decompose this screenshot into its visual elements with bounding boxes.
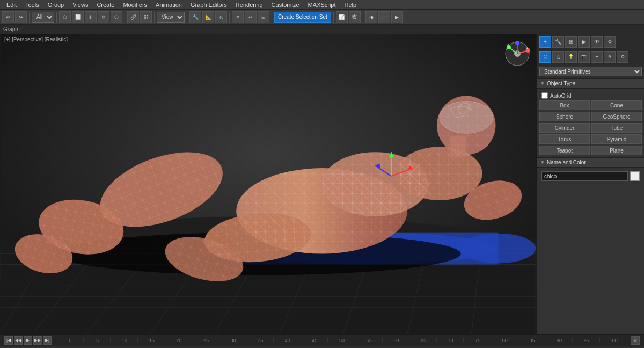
- ruler-tick-95: 95: [572, 338, 599, 343]
- ruler-tick-5: 5: [83, 338, 111, 343]
- time-config-button[interactable]: ⚙: [631, 336, 640, 345]
- curve-editor-button[interactable]: 📈: [336, 11, 348, 23]
- prev-frame-button[interactable]: |◀: [4, 336, 13, 345]
- lights-icon[interactable]: 💡: [565, 51, 577, 63]
- main-toolbar: ↩ ↪ All ⬡ ⬜ ✛ ↻ ⬡ 🔗 ⛓ View 🔧 📐 % ≡ ⇔ ⊟ C…: [0, 10, 644, 25]
- ruler-tick-50: 50: [327, 338, 355, 343]
- pyramid-button[interactable]: Pyramid: [591, 134, 642, 144]
- tube-button[interactable]: Tube: [591, 123, 642, 133]
- snap-angle-button[interactable]: 📐: [202, 11, 214, 23]
- layer-manager-button[interactable]: ≡: [232, 11, 244, 23]
- name-color-header[interactable]: Name and Color: [537, 158, 644, 168]
- object-type-content: AutoGrid Box Cone Sphere GeoSphere Cylin…: [537, 89, 644, 157]
- systems-icon[interactable]: ⚙: [617, 51, 628, 63]
- prev-key-button[interactable]: ◀◀: [14, 336, 23, 345]
- cameras-icon[interactable]: 📷: [578, 51, 590, 63]
- sphere-button[interactable]: Sphere: [539, 112, 590, 121]
- menu-views[interactable]: Views: [68, 0, 92, 9]
- right-panel-tabs: + 🔧 ⊞ ▶ 👁 ⚙: [537, 34, 644, 49]
- graph-label: Graph [: [3, 26, 21, 32]
- next-frame-button[interactable]: ▶|: [43, 336, 52, 345]
- cone-button[interactable]: Cone: [591, 100, 642, 110]
- object-name-input[interactable]: [541, 171, 628, 181]
- toolbar-separator-8: [333, 12, 334, 23]
- move-button[interactable]: ✛: [85, 11, 97, 23]
- select-region-button[interactable]: ⬜: [72, 11, 84, 23]
- shapes-icon[interactable]: △: [552, 51, 564, 63]
- motion-tab-icon[interactable]: ▶: [578, 36, 590, 48]
- color-swatch[interactable]: [630, 171, 640, 181]
- viewport-label: [+] [Perspective] [Realistic]: [4, 37, 68, 42]
- toolbar-separator-9: [363, 12, 363, 23]
- menu-group[interactable]: Group: [43, 0, 69, 9]
- timeline-bar-area: 0 / 100: [0, 346, 644, 348]
- name-color-section: Name and Color: [537, 158, 644, 185]
- menu-maxscript[interactable]: MAXScript: [304, 0, 340, 9]
- create-selection-set-button[interactable]: Create Selection Set: [274, 12, 331, 23]
- teapot-button[interactable]: Teapot: [539, 146, 590, 155]
- cylinder-button[interactable]: Cylinder: [539, 123, 590, 133]
- selection-filter-dropdown[interactable]: All: [32, 12, 54, 23]
- utilities-tab-icon[interactable]: ⚙: [604, 36, 616, 48]
- hierarchy-tab-icon[interactable]: ⊞: [565, 36, 577, 48]
- ruler-tick-15: 15: [137, 338, 165, 343]
- geosphere-button[interactable]: GeoSphere: [591, 112, 642, 121]
- ruler-tick-0: 0: [56, 338, 83, 343]
- menu-create[interactable]: Create: [92, 0, 119, 9]
- menu-help[interactable]: Help: [340, 0, 361, 9]
- material-editor-button[interactable]: ◑: [365, 11, 377, 23]
- menu-animation[interactable]: Animation: [151, 0, 186, 9]
- play-button[interactable]: ▶: [24, 336, 32, 345]
- svg-point-45: [397, 147, 482, 200]
- autogrid-row: AutoGrid: [539, 91, 642, 100]
- ruler-tick-85: 85: [518, 338, 545, 343]
- object-type-header[interactable]: Object Type: [537, 79, 644, 89]
- helpers-icon[interactable]: ✦: [591, 51, 603, 63]
- autogrid-checkbox[interactable]: [541, 92, 548, 99]
- select-object-button[interactable]: ⬡: [59, 11, 71, 23]
- viewport-scene: [0, 34, 537, 334]
- torus-button[interactable]: Torus: [539, 134, 590, 144]
- menu-customize[interactable]: Customize: [267, 0, 304, 9]
- toolbar-separator-1: [29, 12, 30, 23]
- reference-coord-dropdown[interactable]: View: [157, 12, 185, 23]
- modify-tab-icon[interactable]: 🔧: [552, 36, 564, 48]
- schematic-view-button[interactable]: 🕸: [349, 11, 361, 23]
- geometry-icon[interactable]: ⬡: [539, 51, 551, 63]
- box-button[interactable]: Box: [539, 100, 590, 110]
- ruler-tick-10: 10: [110, 338, 137, 343]
- render-button[interactable]: ▶: [391, 11, 403, 23]
- plane-button[interactable]: Plane: [591, 146, 642, 155]
- menu-tools[interactable]: Tools: [21, 0, 43, 9]
- ruler-tick-35: 35: [246, 338, 273, 343]
- menu-edit[interactable]: Edit: [2, 0, 21, 9]
- unlink-button[interactable]: ⛓: [140, 11, 152, 23]
- name-color-content: [537, 168, 644, 185]
- align-button[interactable]: ⊟: [258, 11, 269, 23]
- display-tab-icon[interactable]: 👁: [591, 36, 603, 48]
- ruler-tick-80: 80: [491, 338, 518, 343]
- snap-toggle-button[interactable]: 🔧: [189, 11, 201, 23]
- spacewarps-icon[interactable]: ≋: [604, 51, 616, 63]
- redo-button[interactable]: ↪: [15, 11, 27, 23]
- render-setup-button[interactable]: 🎥: [378, 11, 390, 23]
- ruler-tick-25: 25: [192, 338, 219, 343]
- link-button[interactable]: 🔗: [127, 11, 139, 23]
- toolbar-separator-5: [187, 12, 187, 23]
- object-type-grid: Box Cone Sphere GeoSphere Cylinder Tube …: [539, 100, 642, 155]
- undo-button[interactable]: ↩: [2, 11, 14, 23]
- ruler-tick-100: 100: [599, 338, 627, 343]
- ruler-tick-60: 60: [382, 338, 409, 343]
- rotate-button[interactable]: ↻: [98, 11, 109, 23]
- menu-modifiers[interactable]: Modifiers: [119, 0, 151, 9]
- scale-button[interactable]: ⬡: [111, 11, 122, 23]
- standard-primitives-dropdown[interactable]: Standard Primitives: [539, 67, 642, 76]
- mirror-button[interactable]: ⇔: [245, 11, 257, 23]
- next-key-button[interactable]: ▶▶: [33, 336, 42, 345]
- viewport-area[interactable]: [+] [Perspective] [Realistic]: [0, 34, 537, 334]
- menu-graph-editors[interactable]: Graph Editors: [186, 0, 231, 9]
- menu-rendering[interactable]: Rendering: [231, 0, 267, 9]
- create-tab-icon[interactable]: +: [539, 36, 551, 48]
- snap-percent-button[interactable]: %: [215, 11, 227, 23]
- svg-text:Y: Y: [507, 44, 509, 47]
